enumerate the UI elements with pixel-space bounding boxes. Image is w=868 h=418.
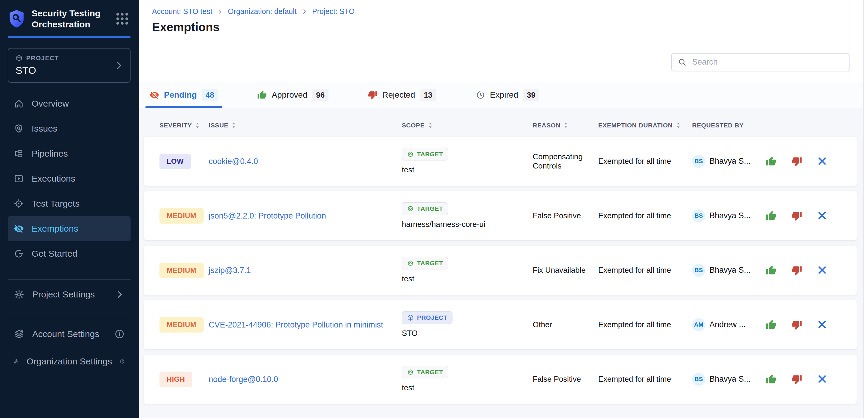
thumb-up-icon bbox=[766, 210, 776, 221]
table-row[interactable]: MEDIUM jszip@3.7.1 TARGET test Fix Unava… bbox=[144, 246, 857, 295]
approve-button[interactable] bbox=[766, 156, 776, 167]
tab-approved[interactable]: Approved 96 bbox=[253, 82, 333, 108]
sidebar-item-account-settings[interactable]: Account Settings bbox=[8, 321, 130, 347]
sidebar-item-project-settings[interactable]: Project Settings bbox=[8, 282, 130, 307]
breadcrumb-organization[interactable]: Organization: default bbox=[228, 7, 297, 16]
issue-link[interactable]: cookie@0.4.0 bbox=[209, 155, 275, 167]
table-rows: LOW cookie@0.4.0 TARGET test Compensatin… bbox=[144, 137, 857, 404]
severity-badge: MEDIUM bbox=[159, 263, 204, 278]
chevron-right-icon bbox=[115, 289, 125, 300]
dismiss-button[interactable] bbox=[817, 265, 828, 276]
sidebar-item-label: Executions bbox=[32, 174, 75, 184]
tab-pending[interactable]: Pending 48 bbox=[146, 82, 222, 108]
table-row[interactable]: MEDIUM json5@2.2.0: Prototype Pollution … bbox=[144, 191, 857, 240]
column-header-issue[interactable]: ISSUE bbox=[209, 122, 237, 129]
column-header-severity[interactable]: SEVERITY bbox=[159, 122, 200, 129]
dismiss-button[interactable] bbox=[817, 210, 828, 221]
tab-rejected[interactable]: Rejected 13 bbox=[364, 82, 440, 108]
launch-icon bbox=[14, 249, 24, 259]
reason-text: False Positive bbox=[533, 375, 598, 384]
issue-link[interactable]: jszip@3.7.1 bbox=[209, 265, 268, 276]
sidebar-item-test-targets[interactable]: Test Targets bbox=[8, 191, 130, 216]
reject-button[interactable] bbox=[792, 265, 802, 276]
sidebar-item-exemptions[interactable]: Exemptions bbox=[8, 216, 130, 241]
project-selector[interactable]: PROJECT STO bbox=[8, 48, 130, 83]
approve-button[interactable] bbox=[766, 374, 776, 385]
target-ring-icon bbox=[407, 151, 414, 158]
tab-expired[interactable]: Expired 39 bbox=[471, 82, 544, 108]
sidebar-item-get-started[interactable]: Get Started bbox=[8, 241, 130, 266]
dismiss-button[interactable] bbox=[817, 319, 828, 330]
main-content: Account: STO test Organization: default … bbox=[139, 0, 868, 418]
sort-icon bbox=[563, 122, 568, 129]
sidebar-item-overview[interactable]: Overview bbox=[8, 91, 130, 116]
issue-link[interactable]: CVE-2021-44906: Prototype Pollution in m… bbox=[209, 319, 400, 331]
requested-by-name: Bhavya S... bbox=[709, 156, 750, 166]
column-header-scope[interactable]: SCOPE bbox=[402, 122, 433, 129]
search-box bbox=[671, 53, 849, 71]
sidebar-item-executions[interactable]: Executions bbox=[8, 166, 130, 191]
search-input[interactable] bbox=[691, 57, 843, 67]
issue-link[interactable]: json5@2.2.0: Prototype Pollution bbox=[209, 210, 343, 222]
tabs-bar: Pending 48 Approved 96 Rejected 13 Expir… bbox=[139, 82, 868, 108]
dismiss-button[interactable] bbox=[817, 374, 828, 385]
project-selector-label: PROJECT bbox=[26, 55, 59, 62]
severity-badge: HIGH bbox=[159, 372, 192, 387]
column-header-exemption-duration[interactable]: EXEMPTION DURATION bbox=[598, 122, 681, 129]
page-header: Account: STO test Organization: default … bbox=[139, 0, 868, 42]
sidebar-item-label: Issues bbox=[32, 124, 58, 134]
sidebar-item-label: Test Targets bbox=[32, 199, 80, 209]
thumb-up-icon bbox=[766, 374, 776, 385]
reject-button[interactable] bbox=[792, 210, 802, 221]
sort-icon bbox=[195, 122, 200, 129]
target-icon bbox=[14, 199, 24, 209]
thumb-down-icon bbox=[792, 210, 802, 221]
requested-by-name: Andrew ... bbox=[709, 320, 746, 329]
clock-icon bbox=[476, 90, 485, 100]
requested-by-name: Bhavya S... bbox=[709, 375, 750, 384]
avatar: BS bbox=[692, 209, 705, 222]
column-header-reason[interactable]: REASON bbox=[533, 122, 568, 129]
thumb-up-icon bbox=[257, 90, 267, 100]
requested-by-name: Bhavya S... bbox=[709, 211, 750, 220]
table-row[interactable]: LOW cookie@0.4.0 TARGET test Compensatin… bbox=[144, 137, 857, 186]
sidebar-item-pipelines[interactable]: Pipelines bbox=[8, 141, 130, 166]
target-ring-icon bbox=[407, 259, 414, 267]
close-icon bbox=[817, 156, 827, 166]
approve-button[interactable] bbox=[766, 210, 776, 221]
pipeline-icon bbox=[14, 148, 24, 159]
tab-label: Rejected bbox=[382, 90, 415, 100]
tab-count-badge: 48 bbox=[202, 89, 218, 101]
thumb-down-icon bbox=[792, 265, 802, 276]
chevron-right-icon bbox=[301, 9, 307, 14]
thumb-down-icon bbox=[792, 374, 802, 385]
scope-name: test bbox=[402, 274, 414, 283]
table-row[interactable]: HIGH node-forge@0.10.0 TARGET test False… bbox=[144, 355, 857, 404]
tab-label: Pending bbox=[164, 90, 197, 100]
breadcrumb-account[interactable]: Account: STO test bbox=[152, 7, 212, 16]
sort-icon bbox=[676, 122, 681, 129]
table-row[interactable]: MEDIUM CVE-2021-44906: Prototype Polluti… bbox=[144, 300, 857, 349]
approve-button[interactable] bbox=[766, 319, 776, 330]
tab-label: Expired bbox=[490, 90, 518, 100]
sidebar-item-organization-settings[interactable]: Organization Settings bbox=[8, 349, 130, 374]
avatar: AM bbox=[692, 318, 705, 332]
reject-button[interactable] bbox=[792, 156, 802, 167]
vertical-scrollbar[interactable] bbox=[863, 0, 868, 418]
breadcrumb-project[interactable]: Project: STO bbox=[312, 7, 355, 16]
scope-name: test bbox=[402, 165, 414, 174]
reject-button[interactable] bbox=[792, 319, 802, 330]
project-cube-icon bbox=[16, 55, 23, 62]
issue-link[interactable]: node-forge@0.10.0 bbox=[209, 373, 295, 385]
reject-button[interactable] bbox=[792, 374, 802, 385]
tab-label: Approved bbox=[272, 90, 307, 100]
thumb-up-icon bbox=[766, 265, 776, 276]
sort-icon bbox=[428, 122, 433, 129]
approve-button[interactable] bbox=[766, 265, 776, 276]
chevron-right-icon bbox=[217, 9, 223, 14]
app-switcher-grid-icon[interactable] bbox=[115, 11, 130, 27]
eye-off-icon bbox=[14, 223, 24, 234]
reason-text: Fix Unavailable bbox=[533, 266, 598, 275]
dismiss-button[interactable] bbox=[817, 156, 828, 167]
sidebar-item-issues[interactable]: Issues bbox=[8, 116, 130, 141]
